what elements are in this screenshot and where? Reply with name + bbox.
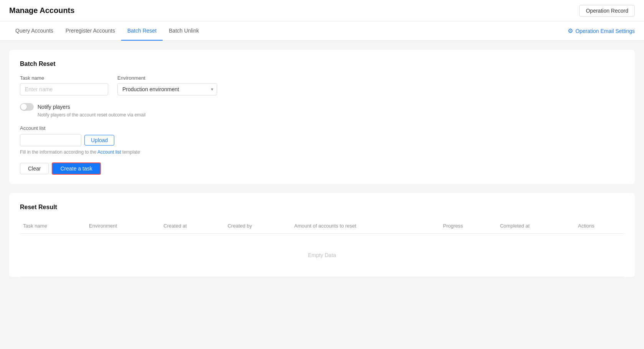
action-row: Clear Create a task: [20, 162, 624, 175]
tab-query-accounts[interactable]: Query Accounts: [9, 21, 59, 41]
upload-button[interactable]: Upload: [84, 135, 114, 146]
tab-batch-reset[interactable]: Batch Reset: [121, 21, 163, 41]
notify-label-row: Notify players: [20, 103, 624, 111]
col-progress: Progress: [440, 218, 497, 234]
file-hint: Fill in the information according to the…: [20, 149, 624, 155]
nav-bar: Query Accounts Preregister Accounts Batc…: [0, 21, 644, 41]
col-actions: Actions: [575, 218, 624, 234]
account-list-template-link[interactable]: Account list: [97, 149, 121, 155]
notify-sublabel: Notify players of the account reset outc…: [20, 112, 624, 118]
notify-label: Notify players: [38, 104, 70, 110]
empty-row: Empty Data: [20, 234, 624, 277]
main-content: Batch Reset Task name Environment Produc…: [0, 41, 644, 286]
file-hint-prefix: Fill in the information according to the: [20, 149, 97, 155]
col-completed-at: Completed at: [497, 218, 575, 234]
task-name-group: Task name: [20, 75, 108, 95]
page-title: Manage Accounts: [9, 6, 74, 15]
operation-record-button[interactable]: Operation Record: [579, 5, 635, 16]
reset-result-title: Reset Result: [20, 204, 624, 211]
environment-group: Environment Production environment Stagi…: [117, 75, 217, 95]
empty-data: Empty Data: [20, 234, 624, 277]
nav-tabs: Query Accounts Preregister Accounts Batc…: [9, 21, 205, 40]
header: Manage Accounts Operation Record: [0, 0, 644, 21]
email-settings-label: Operation Email Settings: [575, 28, 635, 34]
file-upload-row: Upload: [20, 134, 624, 146]
table-header: Task name Environment Created at Created…: [20, 218, 624, 234]
account-list-label: Account list: [20, 125, 624, 131]
col-amount: Amount of accounts to reset: [291, 218, 440, 234]
email-settings-link[interactable]: ⚙ Operation Email Settings: [568, 27, 635, 34]
clear-button[interactable]: Clear: [20, 163, 49, 174]
form-row-task-env: Task name Environment Production environ…: [20, 75, 624, 95]
col-environment: Environment: [86, 218, 160, 234]
col-task-name: Task name: [20, 218, 86, 234]
col-created-at: Created at: [160, 218, 224, 234]
col-created-by: Created by: [224, 218, 291, 234]
table-wrapper: Task name Environment Created at Created…: [20, 218, 624, 277]
environment-select-wrapper: Production environment Staging environme…: [117, 83, 217, 95]
file-input-box[interactable]: [20, 134, 81, 146]
task-name-label: Task name: [20, 75, 108, 81]
tab-preregister-accounts[interactable]: Preregister Accounts: [59, 21, 121, 41]
reset-result-table: Task name Environment Created at Created…: [20, 218, 624, 277]
task-name-input[interactable]: [20, 83, 108, 95]
batch-reset-card: Batch Reset Task name Environment Produc…: [9, 50, 635, 184]
create-task-button[interactable]: Create a task: [52, 162, 100, 175]
reset-result-card: Reset Result Task name Environment Creat…: [9, 193, 635, 277]
file-hint-suffix: template: [121, 149, 140, 155]
environment-select[interactable]: Production environment Staging environme…: [117, 83, 217, 95]
gear-icon: ⚙: [568, 27, 573, 34]
toggle-knob: [21, 104, 27, 110]
tab-batch-unlink[interactable]: Batch Unlink: [163, 21, 205, 41]
notify-toggle[interactable]: [20, 103, 34, 111]
account-list-row: Account list Upload Fill in the informat…: [20, 125, 624, 155]
table-body: Empty Data: [20, 234, 624, 277]
environment-label: Environment: [117, 75, 217, 81]
notify-row: Notify players Notify players of the acc…: [20, 103, 624, 118]
batch-reset-title: Batch Reset: [20, 61, 624, 67]
